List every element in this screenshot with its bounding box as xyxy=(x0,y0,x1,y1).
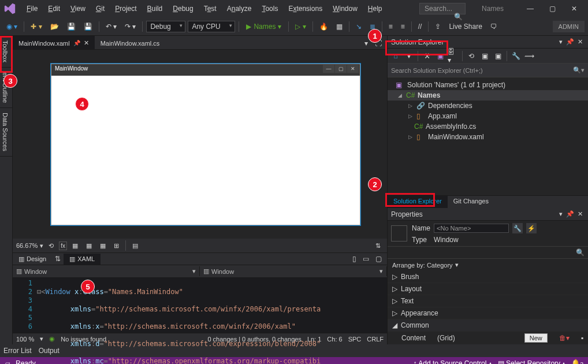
nav-back-button[interactable]: ◉ ▾ xyxy=(3,21,20,32)
code-editor[interactable]: 123456 ⊟<Window x:Class="Names.MainWindo… xyxy=(13,278,387,333)
menu-window[interactable]: Window xyxy=(328,2,362,15)
cat-brush[interactable]: ▷Brush xyxy=(388,271,588,283)
solution-node[interactable]: ▣Solution 'Names' (1 of 1 project) xyxy=(388,80,588,90)
expander-icon[interactable]: ▷ xyxy=(392,309,397,317)
menu-build[interactable]: Build xyxy=(143,2,168,15)
cat-layout[interactable]: ▷Layout xyxy=(388,283,588,295)
live-share-button[interactable]: Live Share xyxy=(446,21,485,32)
split-v-icon[interactable]: ▯ xyxy=(349,253,359,265)
expander-icon[interactable]: ▷ xyxy=(392,285,397,293)
menu-analyze[interactable]: Analyze xyxy=(222,2,256,15)
window-dropdown-icon[interactable]: ▾ xyxy=(557,38,564,46)
xaml-nav-left[interactable]: ▥ Window▾ xyxy=(13,266,200,276)
indent-more-icon[interactable]: ≡ xyxy=(398,21,408,32)
mainwindow-xaml-node[interactable]: ▷▯MainWindow.xaml xyxy=(388,132,588,142)
expander-icon[interactable]: ▷ xyxy=(408,134,414,140)
error-list-tab[interactable]: Error List xyxy=(3,347,32,355)
indent-less-icon[interactable]: ≡ xyxy=(386,21,396,32)
new-button[interactable]: New xyxy=(524,333,548,343)
menu-tools[interactable]: Tools xyxy=(257,2,282,15)
show-all-icon[interactable]: ▣ xyxy=(492,50,504,62)
name-field[interactable]: <No Name> xyxy=(434,224,509,233)
properties-icon[interactable]: 🔧 xyxy=(510,50,522,62)
cat-common[interactable]: ◢Common xyxy=(388,320,588,332)
marker-icon[interactable]: ▪ xyxy=(581,334,583,342)
project-node[interactable]: ◢C#Names xyxy=(388,90,588,101)
notifications-icon[interactable]: 🔔3 xyxy=(571,359,583,364)
tb-icon-1[interactable]: ▦ xyxy=(333,21,345,32)
expander-icon[interactable]: ◢ xyxy=(398,92,404,98)
menu-debug[interactable]: Debug xyxy=(168,2,198,15)
expand-pane-icon[interactable]: ▢ xyxy=(373,253,385,265)
swap-pane-icon[interactable]: ⇅ xyxy=(373,240,384,251)
config-dropdown[interactable]: Debug xyxy=(146,21,185,32)
add-source-control[interactable]: ↑ Add to Source Control ▴ xyxy=(414,359,492,364)
share-icon[interactable]: ⇪ xyxy=(432,21,444,32)
redo-button[interactable]: ↷ ▾ xyxy=(122,21,139,32)
pin-icon[interactable]: 📌 xyxy=(564,210,576,218)
refresh-icon[interactable]: ⟲ xyxy=(46,240,57,251)
close-panel-icon[interactable]: ✕ xyxy=(576,38,585,46)
dependencies-node[interactable]: ▷🔗Dependencies xyxy=(388,101,588,111)
menu-help[interactable]: Help xyxy=(363,2,387,15)
chevron-down-icon[interactable]: ▾ xyxy=(40,242,43,250)
menu-edit[interactable]: Edit xyxy=(43,2,65,15)
events-icon[interactable]: ⚡ xyxy=(526,223,537,233)
tab-mainwindow-xaml[interactable]: MainWindow.xaml📌✕ xyxy=(13,36,95,49)
menu-git[interactable]: Git xyxy=(91,2,109,15)
save-button[interactable]: 💾 xyxy=(64,21,79,32)
admin-button[interactable]: ADMIN xyxy=(553,21,585,32)
close-tab-icon[interactable]: ✕ xyxy=(84,39,89,47)
split-h-icon[interactable]: ▭ xyxy=(360,253,372,265)
hot-reload-icon[interactable]: 🔥 xyxy=(317,21,331,32)
design-canvas[interactable]: MainWindow —▢✕ xyxy=(13,50,387,239)
menu-project[interactable]: Project xyxy=(110,2,141,15)
open-button[interactable]: 📂 xyxy=(47,21,62,32)
pin-icon[interactable]: 📌 xyxy=(73,40,80,46)
zoom-dropdown[interactable]: 66.67% xyxy=(16,242,38,249)
expander-icon[interactable]: ▷ xyxy=(392,297,397,305)
collapse-icon[interactable]: ▣ xyxy=(479,50,490,62)
expander-icon[interactable]: ▷ xyxy=(408,103,414,109)
maximize-button[interactable]: ▢ xyxy=(542,2,563,16)
app-xaml-node[interactable]: ▷▯App.xaml xyxy=(388,111,588,121)
wrench-icon[interactable]: 🔧 xyxy=(512,223,523,233)
preview-icon[interactable]: 🗄 ▾ xyxy=(448,50,459,62)
arrange-by[interactable]: Arrange by: Category ▾ xyxy=(388,259,588,271)
unload-icon[interactable]: ⟿ xyxy=(523,50,535,62)
menu-extensions[interactable]: Extensions xyxy=(284,2,327,15)
swap-icon[interactable]: ⇅ xyxy=(52,253,64,265)
expander-icon[interactable]: ▷ xyxy=(392,273,397,281)
design-window[interactable]: MainWindow —▢✕ xyxy=(51,64,360,225)
comment-icon[interactable]: // xyxy=(415,21,425,32)
new-item-button[interactable]: ✚ ▾ xyxy=(28,21,44,32)
fx-icon[interactable]: fx xyxy=(59,242,67,250)
start-nodebug-button[interactable]: ▷ ▾ xyxy=(292,21,308,32)
data-sources-tab[interactable]: Data Sources xyxy=(0,108,12,157)
grid-icon[interactable]: ▦ xyxy=(69,240,81,251)
undo-button[interactable]: ↶ ▾ xyxy=(103,21,120,32)
solution-tree[interactable]: ▣Solution 'Names' (1 of 1 project) ◢C#Na… xyxy=(388,77,588,195)
git-changes-tab[interactable]: Git Changes xyxy=(448,196,494,208)
editor-zoom[interactable]: 100 % xyxy=(16,336,34,343)
search-input[interactable]: Search...🔍 xyxy=(419,3,466,14)
layout-icon[interactable]: ▤ xyxy=(129,240,141,251)
guides-icon[interactable]: ⊞ xyxy=(111,240,122,251)
design-tab[interactable]: ▥ Design xyxy=(13,254,52,265)
search-solution-input[interactable]: Search Solution Explorer (Ctrl+;)🔍▾ xyxy=(388,64,588,77)
menu-view[interactable]: View xyxy=(66,2,90,15)
menu-test[interactable]: Test xyxy=(199,2,221,15)
snap-icon[interactable]: ▦ xyxy=(83,240,95,251)
start-debug-button[interactable]: ▶ Names ▾ xyxy=(243,21,285,32)
xaml-tab[interactable]: ▥ XAML xyxy=(64,254,101,265)
close-button[interactable]: ✕ xyxy=(564,2,585,16)
xaml-nav-right[interactable]: ▥ Window▾ xyxy=(200,266,387,276)
delete-icon[interactable]: 🗑▾ xyxy=(559,334,570,342)
properties-search[interactable]: 🔍 xyxy=(388,246,588,259)
step-into-icon[interactable]: ↘ xyxy=(353,21,364,32)
menu-file[interactable]: File xyxy=(22,2,42,15)
window-dropdown-icon[interactable]: ▾ xyxy=(557,210,564,218)
assemblyinfo-node[interactable]: C#AssemblyInfo.cs xyxy=(388,121,588,132)
expander-icon[interactable]: ◢ xyxy=(392,321,397,329)
expander-icon[interactable]: ▷ xyxy=(408,113,414,119)
